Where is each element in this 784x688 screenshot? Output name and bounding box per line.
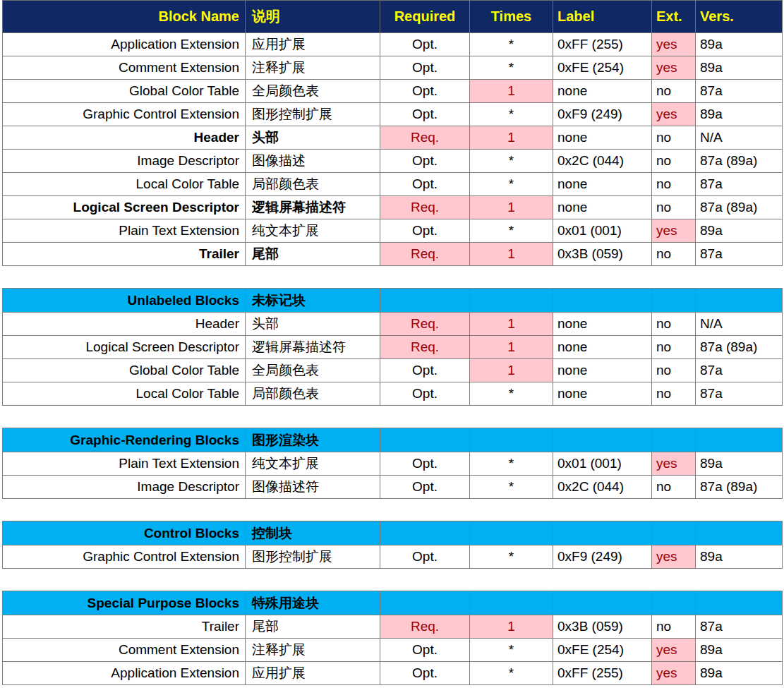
cell-label: 0x01 (001) [553,452,652,476]
table-row: Image Descriptor图像描述Opt.*0x2C (044)no87a… [3,150,783,173]
table-row: Application Extension应用扩展Opt.*0xFF (255)… [3,33,783,56]
cell-desc: 全局颜色表 [246,80,380,103]
column-header-row: Block Name说明RequiredTimesLabelExt.Vers. [3,1,783,33]
cell-required: Req. [380,196,470,219]
table-row: Global Color Table全局颜色表Opt.1noneno87a [3,359,783,382]
column-header-required: Required [380,1,470,33]
cell-name: Comment Extension [3,639,246,662]
cell-vers: 87a [696,359,783,382]
cell-name: Local Color Table [3,382,246,406]
cell-name: Application Extension [3,33,246,56]
cell-vers: 89a [696,452,783,476]
section-header-spacer [553,591,652,615]
cell-label: none [553,126,652,150]
section-header-spacer [652,289,696,313]
cell-desc: 局部颜色表 [246,382,380,406]
cell-label: 0xFE (254) [553,639,652,662]
table-special-purpose-blocks: Special Purpose Blocks特殊用途块Trailer尾部Req.… [2,591,783,685]
cell-label: 0xFE (254) [553,56,652,80]
cell-required: Opt. [380,359,470,382]
cell-times: 1 [470,313,553,336]
section-header-spacer [380,521,470,545]
cell-desc: 尾部 [246,243,380,266]
cell-vers: 89a [696,103,783,126]
column-header-vers: Vers. [696,1,783,33]
cell-name: Global Color Table [3,359,246,382]
cell-label: 0x01 (001) [553,219,652,243]
cell-ext: no [652,196,696,219]
table-all-blocks: Block Name说明RequiredTimesLabelExt.Vers.A… [2,0,783,266]
cell-ext: yes [652,103,696,126]
cell-required: Req. [380,243,470,266]
cell-required: Opt. [380,80,470,103]
cell-times: * [470,545,553,569]
cell-ext: no [652,359,696,382]
cell-required: Opt. [380,33,470,56]
cell-name: Local Color Table [3,173,246,196]
cell-label: 0xF9 (249) [553,103,652,126]
section-header-spacer [470,521,553,545]
table-unlabeled-blocks: Unlabeled Blocks未标记块Header头部Req.1nonenoN… [2,288,783,406]
cell-required: Opt. [380,476,470,499]
cell-times: * [470,476,553,499]
cell-vers: 87a (89a) [696,476,783,499]
cell-times: * [470,150,553,173]
cell-vers: 87a [696,243,783,266]
cell-desc: 逻辑屏幕描述符 [246,336,380,359]
cell-label: none [553,313,652,336]
cell-ext: yes [652,545,696,569]
cell-times: 1 [470,336,553,359]
table-row: Plain Text Extension纯文本扩展Opt.*0x01 (001)… [3,219,783,243]
cell-desc: 图形控制扩展 [246,545,380,569]
gif-block-tables: Block Name说明RequiredTimesLabelExt.Vers.A… [0,0,784,685]
cell-vers: 89a [696,56,783,80]
section-header-spacer [470,289,553,313]
table-row: Application Extension应用扩展Opt.*0xFF (255)… [3,662,783,685]
cell-times: * [470,173,553,196]
table-row: Image Descriptor图像描述符Opt.*0x2C (044)no87… [3,476,783,499]
cell-vers: 89a [696,662,783,685]
cell-desc: 注释扩展 [246,639,380,662]
section-header-spacer [553,289,652,313]
cell-desc: 注释扩展 [246,56,380,80]
cell-ext: no [652,126,696,150]
section-title-en: Unlabeled Blocks [3,289,246,313]
cell-desc: 全局颜色表 [246,359,380,382]
section-header-row: Control Blocks控制块 [3,521,783,545]
cell-vers: 89a [696,219,783,243]
table-row: Comment Extension注释扩展Opt.*0xFE (254)yes8… [3,639,783,662]
table-row: Trailer尾部Req.10x3B (059)no87a [3,243,783,266]
cell-ext: no [652,173,696,196]
cell-required: Opt. [380,452,470,476]
cell-desc: 图形控制扩展 [246,103,380,126]
cell-times: 1 [470,126,553,150]
cell-ext: yes [652,56,696,80]
section-header-spacer [696,428,783,452]
cell-required: Req. [380,313,470,336]
cell-name: Image Descriptor [3,476,246,499]
cell-vers: 87a [696,80,783,103]
cell-times: * [470,662,553,685]
table-row: Graphic Control Extension图形控制扩展Opt.*0xF9… [3,103,783,126]
cell-times: 1 [470,243,553,266]
table-row: Comment Extension注释扩展Opt.*0xFE (254)yes8… [3,56,783,80]
cell-times: 1 [470,359,553,382]
cell-name: Plain Text Extension [3,452,246,476]
cell-required: Req. [380,126,470,150]
cell-label: none [553,173,652,196]
column-header-label: Label [553,1,652,33]
cell-desc: 图像描述符 [246,476,380,499]
cell-name: Graphic Control Extension [3,545,246,569]
cell-vers: 87a (89a) [696,196,783,219]
section-header-spacer [380,289,470,313]
section-header-spacer [652,591,696,615]
column-header-name: Block Name [3,1,246,33]
section-title-zh: 特殊用途块 [246,591,380,615]
section-title-zh: 未标记块 [246,289,380,313]
cell-name: Graphic Control Extension [3,103,246,126]
cell-label: 0x2C (044) [553,476,652,499]
cell-name: Logical Screen Descriptor [3,336,246,359]
cell-required: Opt. [380,382,470,406]
column-header-ext: Ext. [652,1,696,33]
cell-ext: yes [652,662,696,685]
